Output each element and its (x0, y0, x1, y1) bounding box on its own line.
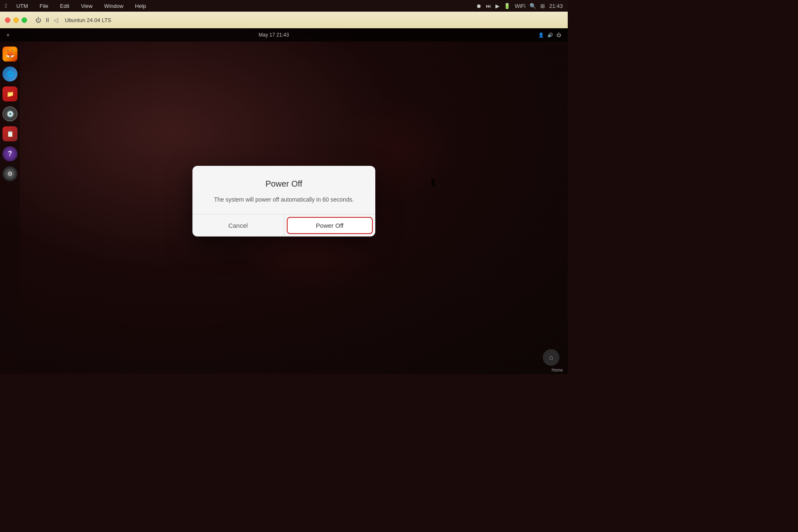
window-title: Ubuntun 24.04 LTS (65, 17, 111, 23)
clock-icon: 21:43 (549, 3, 563, 9)
power-off-button[interactable]: Power Off (287, 217, 373, 234)
battery-icon: 🔋 (504, 3, 510, 9)
desktop-area: ⊙ ≡ May 17 21:43 👤 🔊 ⏻ 🦊 🌐 📁 💿 📋 ? (0, 28, 568, 374)
menubar-help[interactable]: Help (133, 2, 149, 10)
menubar-left:  UTM File Edit View Window Help (5, 2, 149, 10)
traffic-lights (5, 17, 27, 23)
minimize-button[interactable] (13, 17, 19, 23)
menubar-file[interactable]: File (37, 2, 51, 10)
macos-menubar:  UTM File Edit View Window Help ⏺ ⏭ ▶ 🔋… (0, 0, 568, 12)
record-icon: ⏺ (476, 3, 482, 9)
dialog-message: The system will power off automatically … (209, 195, 359, 204)
power-icon[interactable]: ⏻ (35, 17, 41, 23)
menubar-view[interactable]: View (79, 2, 95, 10)
search-icon[interactable]: 🔍 (530, 3, 536, 9)
dialog-body: Power Off The system will power off auto… (192, 166, 375, 214)
poweroff-button-wrapper: Power Off (284, 214, 376, 236)
close-button[interactable] (5, 17, 10, 23)
back-icon[interactable]: ◁ (54, 17, 58, 23)
window-titlebar: ⏻ ⏸ ◁ Ubuntun 24.04 LTS (0, 12, 568, 28)
pause-icon[interactable]: ⏸ (44, 17, 50, 23)
play-icon: ▶ (495, 3, 500, 9)
dialog-buttons: Cancel Power Off (192, 214, 375, 236)
menubar-edit[interactable]: Edit (57, 2, 71, 10)
dialog-overlay: Power Off The system will power off auto… (0, 28, 568, 374)
cancel-button[interactable]: Cancel (192, 216, 284, 235)
maximize-button[interactable] (22, 17, 27, 23)
dialog-title: Power Off (209, 179, 359, 189)
wifi-icon: WiFi (515, 3, 525, 9)
menubar-window[interactable]: Window (102, 2, 126, 10)
display-icon: ⏭ (486, 3, 491, 9)
power-off-dialog: Power Off The system will power off auto… (192, 166, 375, 236)
menubar-utm[interactable]: UTM (14, 2, 30, 10)
apple-logo-icon[interactable]:  (5, 2, 7, 9)
control-center-icon[interactable]: ⊞ (540, 3, 545, 9)
menubar-right: ⏺ ⏭ ▶ 🔋 WiFi 🔍 ⊞ 21:43 (476, 3, 563, 9)
cancel-button-wrapper: Cancel (192, 214, 284, 236)
window-controls: ⏻ ⏸ ◁ (35, 17, 58, 23)
